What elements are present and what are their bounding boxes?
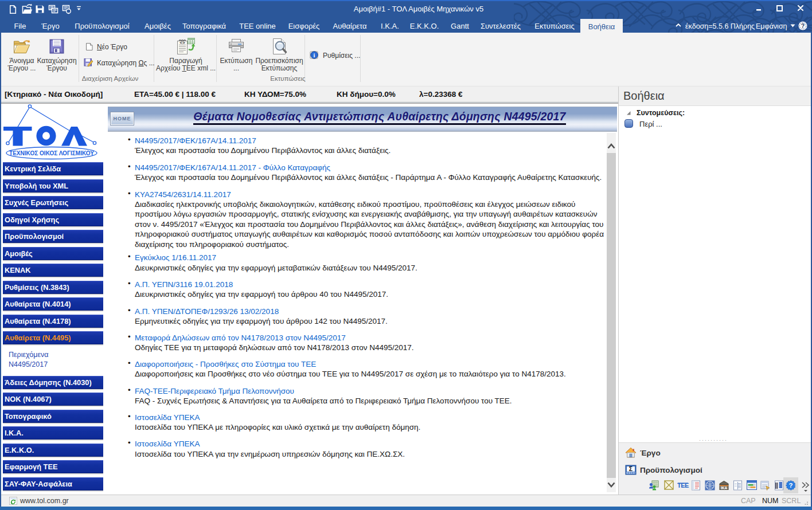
svg-text:?: ? xyxy=(801,22,805,29)
svg-text:Σ: Σ xyxy=(629,465,633,472)
svg-text:ΤΕΧΝΙΚΟΣ ΟΙΚΟΣ ΛΟΓΙΣΜΙΚΟΥ: ΤΕΧΝΙΚΟΣ ΟΙΚΟΣ ΛΟΓΙΣΜΙΚΟΥ xyxy=(9,150,94,156)
svg-text:IKA: IKA xyxy=(721,486,728,490)
svg-text:<>: <> xyxy=(179,40,185,45)
svg-text:?: ? xyxy=(788,482,793,489)
svg-text:i: i xyxy=(314,52,315,58)
